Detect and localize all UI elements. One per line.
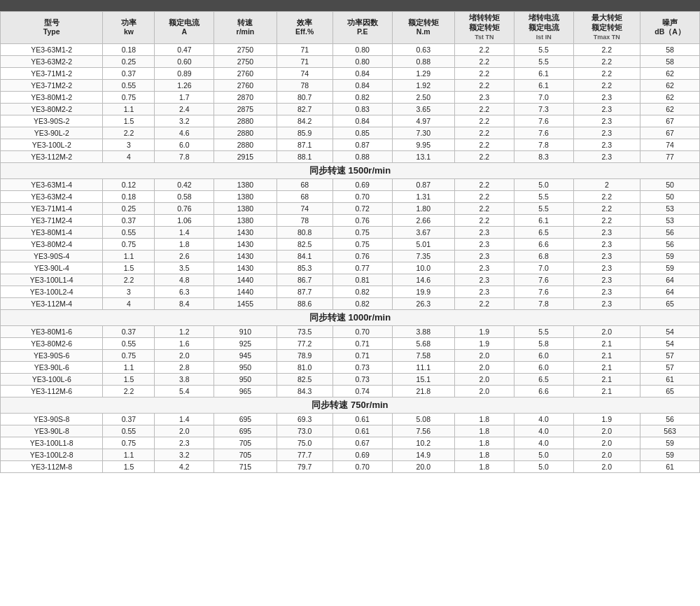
cell-tn: 7.56 — [392, 425, 454, 437]
cell-a: 7.8 — [155, 150, 214, 162]
cell-pf: 0.70 — [332, 190, 392, 202]
cell-type: YE3-90L-2 — [1, 127, 103, 139]
cell-rpm: 925 — [214, 337, 276, 349]
cell-eff: 82.5 — [276, 373, 332, 385]
cell-eff: 82.7 — [276, 103, 332, 115]
cell-rpm: 1440 — [214, 274, 276, 286]
cell-tst: 2.3 — [454, 91, 514, 103]
cell-tn: 3.88 — [392, 325, 454, 337]
cell-type: YE3-100L2-4 — [1, 286, 103, 297]
cell-a: 6.0 — [155, 139, 214, 150]
cell-type: YE3-90S-6 — [1, 349, 103, 361]
cell-tmax: 2.3 — [573, 139, 640, 150]
cell-a: 3.8 — [155, 373, 214, 385]
col-header-5: 功率因数P.E — [332, 12, 392, 44]
table-row: YE3-90L-61.12.895081.00.7311.12.06.02.15… — [1, 361, 700, 373]
cell-kw: 2.2 — [103, 385, 155, 397]
cell-tst: 2.2 — [454, 178, 514, 190]
cell-tst: 1.8 — [454, 437, 514, 449]
cell-a: 0.58 — [155, 190, 214, 202]
cell-pf: 0.88 — [332, 150, 392, 162]
cell-noise: 53 — [640, 214, 700, 226]
cell-tn: 1.31 — [392, 190, 454, 202]
cell-eff: 84.2 — [276, 115, 332, 127]
cell-ist: 7.8 — [514, 297, 573, 309]
cell-tst: 2.2 — [454, 297, 514, 309]
cell-a: 1.4 — [155, 226, 214, 238]
cell-a: 1.8 — [155, 238, 214, 250]
cell-noise: 50 — [640, 178, 700, 190]
table-row: YE3-63M2-40.180.581380680.701.312.25.52.… — [1, 190, 700, 202]
cell-eff: 87.7 — [276, 286, 332, 297]
cell-tn: 20.0 — [392, 460, 454, 472]
cell-tst: 2.0 — [454, 361, 514, 373]
cell-eff: 77.2 — [276, 337, 332, 349]
cell-eff: 85.9 — [276, 127, 332, 139]
table-row: YE3-100L-61.53.895082.50.7315.12.06.52.1… — [1, 373, 700, 385]
cell-rpm: 950 — [214, 373, 276, 385]
cell-noise: 56 — [640, 413, 700, 425]
cell-a: 1.26 — [155, 79, 214, 91]
cell-rpm: 1380 — [214, 178, 276, 190]
table-row: YE3-90L-41.53.5143085.30.7710.02.37.02.3… — [1, 262, 700, 274]
cell-rpm: 2750 — [214, 55, 276, 67]
cell-type: YE3-90S-8 — [1, 413, 103, 425]
cell-pf: 0.70 — [332, 460, 392, 472]
cell-type: YE3-71M1-2 — [1, 67, 103, 79]
cell-ist: 5.8 — [514, 337, 573, 349]
cell-rpm: 715 — [214, 460, 276, 472]
cell-kw: 0.55 — [103, 226, 155, 238]
cell-rpm: 695 — [214, 413, 276, 425]
cell-noise: 62 — [640, 79, 700, 91]
cell-noise: 54 — [640, 325, 700, 337]
cell-ist: 6.1 — [514, 67, 573, 79]
sync-speed-label: 同步转速 1500r/min — [1, 162, 700, 178]
cell-ist: 4.0 — [514, 425, 573, 437]
cell-eff: 80.7 — [276, 91, 332, 103]
col-header-0: 型号Type — [1, 12, 103, 44]
cell-tmax: 2.3 — [573, 274, 640, 286]
cell-type: YE3-100L1-4 — [1, 274, 103, 286]
cell-kw: 1.1 — [103, 103, 155, 115]
cell-tst: 2.2 — [454, 139, 514, 150]
cell-noise: 58 — [640, 43, 700, 55]
cell-tmax: 2.1 — [573, 361, 640, 373]
col-header-8: 堵转电流额定电流Ist IN — [514, 12, 573, 44]
table-row: YE3-80M2-21.12.4287582.70.833.652.27.32.… — [1, 103, 700, 115]
col-header-9: 最大转矩额定转矩Tmax TN — [573, 12, 640, 44]
table-row: YE3-100L-236.0288087.10.879.952.27.82.37… — [1, 139, 700, 150]
cell-rpm: 1440 — [214, 286, 276, 297]
cell-rpm: 2880 — [214, 139, 276, 150]
cell-pf: 0.84 — [332, 79, 392, 91]
cell-rpm: 705 — [214, 449, 276, 460]
cell-rpm: 1430 — [214, 238, 276, 250]
cell-pf: 0.80 — [332, 55, 392, 67]
cell-eff: 80.8 — [276, 226, 332, 238]
sync-speed-row: 同步转速 1000r/min — [1, 309, 700, 325]
cell-tn: 1.80 — [392, 202, 454, 214]
cell-tmax: 2.2 — [573, 202, 640, 214]
cell-pf: 0.76 — [332, 250, 392, 262]
cell-pf: 0.70 — [332, 325, 392, 337]
cell-tn: 11.1 — [392, 361, 454, 373]
cell-tn: 5.68 — [392, 337, 454, 349]
cell-tmax: 2.2 — [573, 79, 640, 91]
cell-tmax: 2.3 — [573, 115, 640, 127]
cell-tmax: 2.3 — [573, 238, 640, 250]
cell-a: 6.3 — [155, 286, 214, 297]
cell-ist: 7.3 — [514, 103, 573, 115]
cell-eff: 71 — [276, 43, 332, 55]
cell-type: YE3-90S-4 — [1, 250, 103, 262]
cell-ist: 6.5 — [514, 373, 573, 385]
cell-tmax: 1.9 — [573, 413, 640, 425]
cell-tst: 1.8 — [454, 460, 514, 472]
cell-rpm: 1430 — [214, 262, 276, 274]
cell-tst: 1.8 — [454, 413, 514, 425]
cell-tn: 1.29 — [392, 67, 454, 79]
cell-tn: 7.35 — [392, 250, 454, 262]
cell-type: YE3-80M1-4 — [1, 226, 103, 238]
cell-eff: 74 — [276, 202, 332, 214]
cell-a: 0.42 — [155, 178, 214, 190]
cell-eff: 68 — [276, 190, 332, 202]
cell-tn: 10.2 — [392, 437, 454, 449]
